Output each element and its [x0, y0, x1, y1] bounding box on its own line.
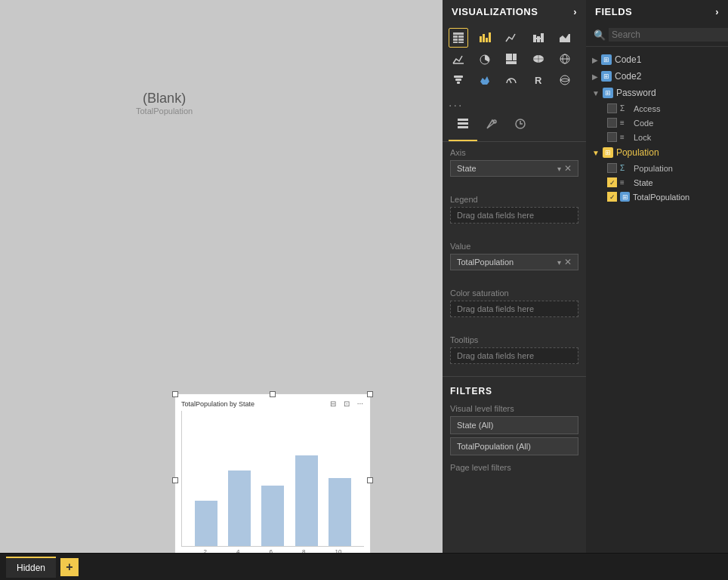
- viz-icon-scatter[interactable]: [449, 49, 468, 69]
- viz-arrow[interactable]: ›: [573, 6, 577, 17]
- axis-label-5: 10: [335, 548, 342, 553]
- viz-icon-table[interactable]: [449, 28, 468, 48]
- totalpopulation-label: TotalPopulation: [633, 193, 689, 202]
- population-arrow: ▼: [592, 149, 600, 157]
- resize-handle-tm[interactable]: [270, 391, 276, 397]
- right-panels: VISUALIZATIONS ›: [443, 0, 728, 553]
- axis-remove-btn[interactable]: ✕: [564, 163, 572, 174]
- resize-handle-tr[interactable]: [367, 391, 373, 397]
- lock-checkbox: [607, 132, 617, 142]
- viz-icon-line[interactable]: [501, 28, 521, 48]
- field-state[interactable]: ✓ ≡ State: [586, 175, 728, 190]
- viz-icon-globe2[interactable]: [555, 70, 575, 90]
- fields-search-bar[interactable]: 🔍: [586, 23, 728, 47]
- code1-icon: ⊞: [601, 54, 612, 65]
- chart-focus-btn[interactable]: ⊡: [341, 399, 352, 409]
- svg-point-31: [560, 76, 569, 85]
- field-totalpopulation[interactable]: ✓ ⊞ TotalPopulation: [586, 190, 728, 204]
- totalpopulation-checkbox: ✓: [607, 192, 617, 202]
- value-remove-btn[interactable]: ✕: [564, 257, 572, 267]
- viz-icon-r[interactable]: R: [529, 70, 548, 90]
- viz-title: VISUALIZATIONS: [452, 6, 538, 17]
- viz-color-dropzone[interactable]: Drag data fields here: [450, 301, 578, 317]
- search-icon: 🔍: [594, 29, 606, 41]
- viz-more[interactable]: ...: [443, 94, 586, 111]
- viz-icon-pie[interactable]: [475, 49, 495, 69]
- field-population[interactable]: Σ Population: [586, 161, 728, 175]
- field-group-population: ▼ ⊞ Population Σ Population ✓ ≡ State: [586, 144, 728, 204]
- viz-icon-map[interactable]: [529, 49, 548, 69]
- code2-icon: ⊞: [601, 71, 612, 82]
- fields-panel: FIELDS › 🔍 ▶ ⊞ Code1: [586, 0, 728, 553]
- code2-name: Code2: [615, 71, 641, 82]
- bar-1: [195, 501, 217, 546]
- viz-icon-bar[interactable]: [475, 28, 495, 48]
- viz-legend-dropzone[interactable]: Drag data fields here: [450, 207, 578, 224]
- viz-axis-field[interactable]: State ▾ ✕: [450, 160, 578, 177]
- axis-labels: 2 4 6 8 10: [181, 547, 364, 553]
- viz-icon-globe[interactable]: [555, 49, 575, 69]
- chart-expand-btn[interactable]: ⊟: [328, 399, 338, 409]
- svg-rect-18: [506, 54, 512, 60]
- field-lock[interactable]: ≡ Lock: [586, 130, 728, 144]
- svg-rect-1: [453, 35, 458, 38]
- lock-type-icon: ≡: [620, 133, 631, 141]
- field-group-code2: ▶ ⊞ Code2: [586, 68, 728, 85]
- viz-value-section: Value TotalPopulation ▾ ✕: [443, 236, 586, 282]
- viz-icon-area[interactable]: [555, 28, 575, 48]
- population-checkbox: [607, 163, 617, 173]
- svg-rect-32: [458, 119, 468, 121]
- chart-more-btn[interactable]: ···: [355, 399, 366, 409]
- viz-tooltips-dropzone[interactable]: Drag data fields here: [450, 347, 578, 364]
- svg-rect-6: [458, 42, 464, 43]
- add-page-btn[interactable]: +: [60, 558, 79, 576]
- viz-icon-filled-map[interactable]: [475, 70, 495, 90]
- svg-rect-3: [453, 39, 458, 41]
- field-code[interactable]: ≡ Code: [586, 116, 728, 130]
- tab-fields[interactable]: [449, 111, 477, 141]
- field-group-code1-header[interactable]: ▶ ⊞ Code1: [586, 51, 728, 68]
- value-dropdown-icon[interactable]: ▾: [557, 258, 561, 267]
- filter-state[interactable]: State (All): [450, 416, 578, 434]
- svg-rect-27: [454, 76, 463, 78]
- axis-label-1: 2: [204, 548, 207, 553]
- svg-rect-14: [541, 33, 544, 42]
- code-checkbox: [607, 118, 617, 128]
- axis-dropdown-icon[interactable]: ▾: [557, 165, 561, 173]
- access-checkbox: [607, 103, 617, 113]
- viz-icon-column[interactable]: [529, 28, 548, 48]
- viz-icon-gauge[interactable]: [501, 70, 521, 90]
- resize-handle-tl[interactable]: [172, 391, 178, 397]
- svg-rect-4: [458, 39, 464, 41]
- viz-legend-section: Legend Drag data fields here: [443, 189, 586, 236]
- viz-icon-funnel[interactable]: [449, 70, 468, 90]
- viz-tabs: [443, 111, 586, 142]
- viz-color-label: Color saturation: [450, 288, 578, 298]
- field-group-code2-header[interactable]: ▶ ⊞ Code2: [586, 68, 728, 85]
- search-input[interactable]: [609, 28, 728, 42]
- blank-title: (Blank): [136, 91, 193, 106]
- viz-icon-treemap[interactable]: [501, 49, 521, 69]
- fields-arrow[interactable]: ›: [715, 6, 719, 17]
- axis-label-4: 8: [302, 548, 305, 553]
- population-name: Population: [616, 147, 659, 158]
- tab-analytics[interactable]: [506, 111, 535, 141]
- chart-visual[interactable]: TotalPopulation by State ⊟ ⊡ ··· 2 4 6 8…: [174, 393, 371, 553]
- filter-totalpopulation[interactable]: TotalPopulation (All): [450, 437, 578, 455]
- field-group-population-header[interactable]: ▼ ⊞ Population: [586, 144, 728, 161]
- field-access[interactable]: Σ Access: [586, 101, 728, 116]
- field-group-password-header[interactable]: ▼ ⊞ Password: [586, 85, 728, 101]
- blank-label: (Blank) TotalPopulation: [136, 91, 193, 116]
- state-checkbox: ✓: [607, 177, 617, 187]
- tab-format[interactable]: [477, 111, 506, 141]
- resize-handle-mr[interactable]: [367, 477, 373, 483]
- viz-value-field[interactable]: TotalPopulation ▾ ✕: [450, 254, 578, 270]
- resize-handle-ml[interactable]: [172, 477, 178, 483]
- tab-hidden[interactable]: Hidden: [6, 557, 56, 578]
- svg-rect-10: [489, 32, 491, 42]
- population-label: Population: [634, 164, 673, 173]
- tab-bar: Hidden +: [0, 553, 728, 580]
- viz-tooltips-section: Tooltips Drag data fields here: [443, 329, 586, 376]
- svg-rect-19: [513, 54, 517, 60]
- filters-header: FILTERS: [450, 381, 578, 401]
